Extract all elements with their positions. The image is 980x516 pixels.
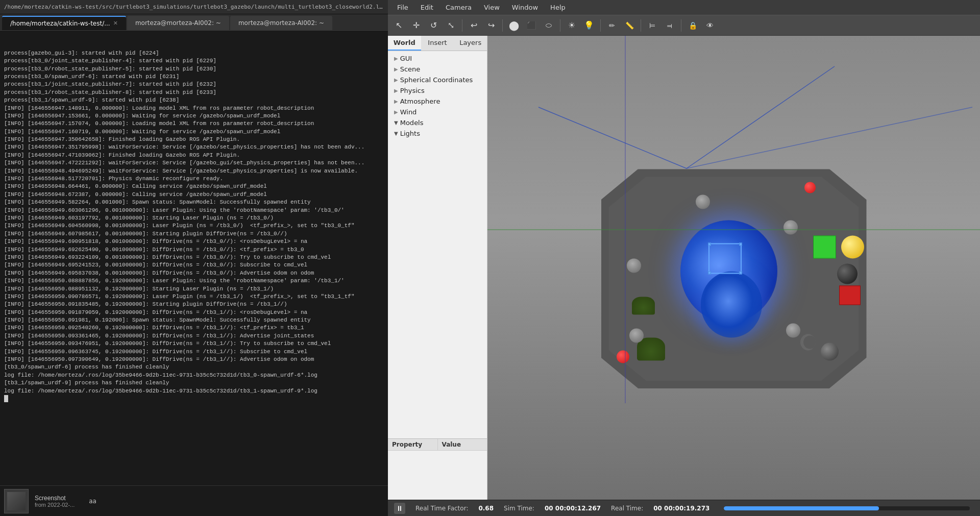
world-tree: ▶ GUI ▶ Scene ▶ Spherical Coordinates ▶ …	[388, 51, 487, 438]
terminal-line: process[tb3_1/spawn_urdf-9]: started wit…	[4, 96, 384, 104]
robot-gray-t	[696, 194, 710, 209]
menu-view[interactable]: View	[479, 3, 505, 12]
menu-window[interactable]: Window	[507, 3, 543, 12]
terminal-line: [INFO] [1646556949.690951818, 0.00100000…	[4, 238, 384, 245]
tree-arrow-lights: ▼	[394, 131, 398, 136]
tool-scale[interactable]: ⤡	[443, 18, 458, 33]
sim-time-label: Sim Time:	[504, 505, 534, 512]
toolbar-sep-3	[560, 19, 560, 32]
sel-handle-tl	[708, 242, 711, 245]
robot-gray-tl	[627, 258, 641, 273]
plant-left	[632, 297, 655, 314]
tree-arrow-scene: ▶	[394, 66, 398, 72]
sel-handle-tr	[739, 242, 742, 245]
tree-arrow-physics: ▶	[394, 88, 398, 93]
tree-spherical-coordinates[interactable]: ▶ Spherical Coordinates	[388, 75, 487, 85]
properties-panel: Property Value	[388, 438, 487, 500]
tab-layers[interactable]: Layers	[454, 36, 487, 51]
menu-help[interactable]: Help	[545, 3, 571, 12]
terminal-line: [INFO] [1646556950.091981, 0.192000]: Sp…	[4, 316, 384, 324]
tree-arrow-atmosphere: ▶	[394, 99, 398, 104]
tool-align-right[interactable]: ⫤	[662, 18, 677, 33]
tree-atmosphere[interactable]: ▶ Atmosphere	[388, 96, 487, 107]
tool-sphere[interactable]: ⬤	[506, 18, 522, 33]
viewport[interactable]	[487, 36, 980, 500]
tool-box[interactable]: ⬛	[524, 18, 539, 33]
tool-undo[interactable]: ↩	[466, 18, 481, 33]
screenshot-label: Screenshot from 2022-02-...	[35, 495, 75, 508]
tree-gui[interactable]: ▶ GUI	[388, 53, 487, 64]
tool-cursor[interactable]: ↖	[391, 18, 406, 33]
terminal-tab-1[interactable]: morteza@morteza-AI002: ~	[127, 16, 229, 30]
object-red-box	[839, 285, 861, 305]
toolbar-sep-6	[681, 19, 681, 32]
sim-progress-fill	[724, 506, 878, 510]
tree-arrow-models: ▼	[394, 120, 398, 126]
terminal-line: [INFO] [1646556947.157074, 0.000000]: Lo…	[4, 120, 384, 128]
terminal-line: process[gazebo_gui-3]: started with pid …	[4, 50, 384, 57]
terminal-line: [INFO] [1646556950.088887856, 0.19200000…	[4, 277, 384, 285]
tree-wind[interactable]: ▶ Wind	[388, 107, 487, 117]
terminal-line: [INFO] [1646556947.350642658]: Finished …	[4, 136, 384, 143]
tree-physics[interactable]: ▶ Physics	[388, 85, 487, 96]
tree-arrow-gui: ▶	[394, 56, 398, 61]
tool-draw[interactable]: ✏	[604, 18, 620, 33]
tool-view-angle[interactable]: 👁	[702, 18, 718, 33]
arena-container	[601, 169, 867, 388]
terminal-tab-2[interactable]: morteza@morteza-AI002: ~	[230, 16, 332, 30]
tool-sun[interactable]: ☀	[564, 18, 579, 33]
terminal-tabbar: /home/morteza/catkin-ws-test/... ✕ morte…	[0, 14, 388, 32]
tool-translate[interactable]: ✛	[408, 18, 424, 33]
terminal-line: [INFO] [1646556950.088951132, 0.19200000…	[4, 285, 384, 293]
gazebo-section: File Edit Camera View Window Help ↖ ✛ ↺ …	[388, 0, 980, 516]
terminal-line: [INFO] [1646556950.093361465, 0.19200000…	[4, 332, 384, 340]
menu-camera[interactable]: Camera	[440, 3, 477, 12]
terminal-line: [INFO] [1646556949.582264, 0.001000]: Sp…	[4, 199, 384, 206]
terminal-cursor	[4, 395, 8, 402]
object-dark-sphere-br	[821, 342, 839, 360]
gazebo-body: World Insert Layers ▶ GUI ▶ Scene ▶	[388, 36, 980, 500]
tool-cylinder[interactable]: ⬭	[541, 18, 556, 33]
crescent-object	[800, 334, 816, 350]
tool-lock[interactable]: 🔒	[685, 18, 700, 33]
terminal-line: log file: /home/morteza/.ros/log/35be946…	[4, 372, 384, 379]
terminal-line: [INFO] [1646556950.093476951, 0.19200000…	[4, 340, 384, 348]
terminal-line: log file: /home/morteza/.ros/log/35be946…	[4, 387, 384, 395]
tool-point-light[interactable]: 💡	[581, 18, 597, 33]
tool-redo[interactable]: ↪	[483, 18, 499, 33]
terminal-line: process[tb3_1/joint_state_publisher-7]: …	[4, 81, 384, 88]
main-layout: /home/morteza/catkin-ws-test/src/turtleb…	[0, 0, 980, 516]
tree-scene[interactable]: ▶ Scene	[388, 64, 487, 75]
terminal-line: [INFO] [1646556949.604560998, 0.00100000…	[4, 222, 384, 230]
terminal-line: process[tb3_0/joint_state_publisher-4]: …	[4, 57, 384, 65]
object-yellow-sphere	[841, 235, 864, 258]
terminal-path: /home/morteza/catkin-ws-test/src/turtleb…	[4, 4, 384, 10]
gazebo-toolbar: ↖ ✛ ↺ ⤡ ↩ ↪ ⬤ ⬛ ⬭ ☀ 💡 ✏ 📏 ⊨ ⫤ 🔒 👁	[388, 15, 980, 36]
terminal-output[interactable]: process[gazebo_gui-3]: started with pid …	[0, 32, 388, 485]
robot-selection-box	[708, 243, 742, 274]
menu-file[interactable]: File	[392, 3, 413, 12]
terminal-tab-0[interactable]: /home/morteza/catkin-ws-test/... ✕	[2, 16, 126, 30]
tab-insert[interactable]: Insert	[421, 36, 454, 51]
terminal-line: [INFO] [1646556950.091879059, 0.19200000…	[4, 309, 384, 316]
robot-tb3-1-body	[701, 271, 762, 337]
terminal-line: process[tb3_0/spawn_urdf-6]: started wit…	[4, 73, 384, 81]
real-time-label: Real Time:	[611, 505, 643, 512]
world-tabs-bar: World Insert Layers	[388, 36, 487, 51]
tree-models[interactable]: ▼ Models	[388, 117, 487, 128]
menu-edit[interactable]: Edit	[415, 3, 438, 12]
object-red-sphere-tr	[804, 182, 816, 193]
tree-lights[interactable]: ▼ Lights	[388, 128, 487, 139]
terminal-line: [INFO] [1646556947.472221292]: waitForSe…	[4, 159, 384, 167]
toolbar-sep-5	[641, 19, 641, 32]
tool-rotate[interactable]: ↺	[426, 18, 441, 33]
tool-measure[interactable]: 📏	[622, 18, 637, 33]
terminal-line: process[tb3_0/robot_state_publisher-5]: …	[4, 65, 384, 73]
tab-close-0[interactable]: ✕	[113, 20, 118, 27]
tool-align-left[interactable]: ⊨	[645, 18, 660, 33]
object-red-sphere-bl	[617, 350, 629, 363]
statusbar: ⏸ Real Time Factor: 0.68 Sim Time: 00 00…	[388, 500, 980, 516]
tab-world[interactable]: World	[388, 36, 421, 51]
pause-button[interactable]: ⏸	[394, 503, 405, 514]
terminal-line: [INFO] [1646556950.097390649, 0.19200000…	[4, 356, 384, 363]
